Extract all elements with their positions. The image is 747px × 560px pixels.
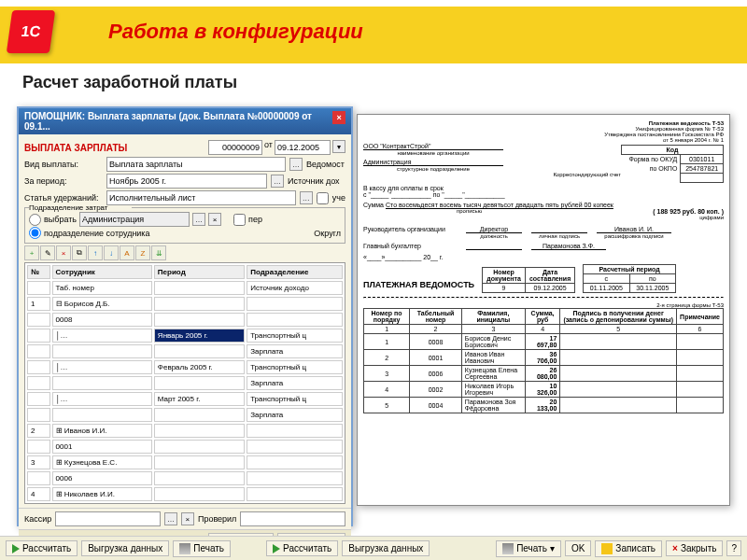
cell[interactable]: Транспортный ц [247,329,343,343]
sort-desc-icon[interactable]: Z [135,245,150,260]
col-period[interactable]: Период [154,265,245,279]
uch-checkbox[interactable] [317,192,329,204]
cell[interactable]: Март 2005 г. [154,392,245,406]
cell[interactable]: Транспортный ц [247,360,343,374]
doc-date[interactable] [275,140,331,155]
cell[interactable]: ⊞ Николаев И.И. [52,487,152,501]
vygruzka-button-2[interactable]: Выгрузка данных [342,540,430,556]
ot-label: от [264,140,273,155]
pechat-button-1[interactable]: Печать [173,540,231,557]
vid-select-icon[interactable]: … [289,158,303,171]
cell[interactable]: ⊞ Иванов И.И. [52,424,152,438]
doc-number[interactable] [208,140,262,155]
doc-big-title: ПЛАТЕЖНАЯ ВЕДОМОСТЬ [363,280,474,289]
stat-input[interactable] [106,190,296,205]
kassir-select-icon[interactable]: … [164,512,177,525]
page-title: Работа в конфигурации [108,20,363,44]
ruk-label: Руководитель организации [363,226,457,233]
dept-input[interactable] [79,212,190,227]
cell[interactable]: 4 [27,487,50,501]
logo: 1С [7,10,55,53]
cell[interactable]: Транспортный ц [247,392,343,406]
cell[interactable]: │… [52,392,152,406]
summa-num-sub: цифрами [363,215,724,220]
kassir-input[interactable] [55,511,161,526]
bottom-toolbar: Рассчитать Выгрузка данных Печать Рассчи… [0,536,747,560]
kassir-clear-icon[interactable]: × [181,512,194,525]
th-n: Номер по порядку [364,309,410,325]
cell[interactable]: │… [52,329,152,343]
copy-row-icon[interactable]: ⧉ [72,245,87,260]
cell[interactable]: ⊟ Борисов Д.Б. [52,297,152,311]
vygruzka-button[interactable]: Выгрузка данных [81,540,169,556]
edit-row-icon[interactable]: ✎ [40,245,55,260]
th-tab: Табельный номер [410,309,462,325]
section-label: ВЫПЛАТА ЗАРПЛАТЫ [24,143,127,153]
radio-vybrat[interactable] [29,214,41,226]
dept-clear-icon[interactable]: × [208,213,221,226]
cell[interactable]: Зарплата [247,376,343,390]
save-icon [601,543,613,554]
cell[interactable]: 1 [27,297,50,311]
cell[interactable]: Зарплата [247,408,343,422]
radio-podrazd[interactable] [29,227,41,239]
th-fio: Фамилия, инициалы [461,309,525,325]
cell[interactable]: 0001 [52,440,152,454]
period-input[interactable] [106,174,267,189]
col-podrazd[interactable]: Подразделение [247,265,343,279]
cell[interactable]: Февраль 2005 г. [154,360,245,374]
per-label: пер [248,215,262,224]
cell[interactable]: ⊞ Кузнецова Е.С. [52,455,152,469]
zakryt-button[interactable]: ×Закрыть [666,540,723,556]
proveril-input[interactable] [240,511,345,526]
fill-icon[interactable]: ⇊ [151,245,166,260]
data-lbl: Дата составления [526,268,575,284]
help-button[interactable]: ? [726,540,741,556]
col-n[interactable]: № [27,265,50,279]
rp-s: 01.11.2005 [584,284,630,293]
pechat-button-2[interactable]: Печать ▾ [496,540,561,557]
move-up-icon[interactable]: ↑ [88,245,103,260]
col-tab: Таб. номер [52,281,152,295]
add-row-icon[interactable]: + [24,245,39,260]
ok-button[interactable]: OK [565,540,591,556]
calendar-icon[interactable]: ▾ [332,140,345,153]
summa-label: Сумма [363,202,384,208]
summa-text: Сто восемьдесят восемь тысяч девятьсот д… [386,202,613,208]
per-checkbox[interactable] [233,214,246,226]
stat-label: Статья удержаний: [24,193,103,203]
selected-cell[interactable]: Январь 2005 г. [154,329,245,343]
period-label: За период: [24,176,103,186]
rasschitat-button[interactable]: Рассчитать [6,540,78,556]
cell[interactable]: Зарплата [247,344,343,358]
subtitle: Расчет заработной платы [0,63,747,98]
period-select-icon[interactable]: … [271,175,284,188]
org-sub: наименование организации [363,150,503,156]
cell[interactable]: 2 [27,424,50,438]
cell[interactable]: 0006 [52,471,152,485]
employee-grid[interactable]: № Сотрудник Период Подразделение Таб. но… [24,262,345,504]
sort-asc-icon[interactable]: A [120,245,134,260]
close-icon[interactable]: × [332,111,345,124]
vid-input[interactable] [106,157,286,172]
close-icon: × [672,543,678,553]
opt2-label: подразделение сотрудника [44,229,150,238]
dept-select-icon[interactable]: … [192,213,205,226]
zapisat-button[interactable]: Записать [595,540,662,557]
proveril-label: Проверил [198,514,236,524]
dep-name: Администрация [363,159,503,166]
opt1-label: выбрать [44,215,77,224]
play-icon [273,544,280,553]
th-sig: Подпись в получении денег (запись о депо… [560,309,677,325]
print-icon [502,543,514,554]
cell[interactable]: │… [52,360,152,374]
delete-row-icon[interactable]: × [56,245,71,260]
stat-select-icon[interactable]: … [300,191,313,204]
move-down-icon[interactable]: ↓ [104,245,119,260]
date-empty: «____»__________ 20__ г. [363,254,724,260]
col-emp[interactable]: Сотрудник [52,265,152,279]
cell[interactable]: 3 [27,455,50,469]
rasschitat-button-2[interactable]: Рассчитать [266,540,338,556]
cell[interactable]: 0008 [52,313,152,327]
uch-label: уче [332,193,345,203]
